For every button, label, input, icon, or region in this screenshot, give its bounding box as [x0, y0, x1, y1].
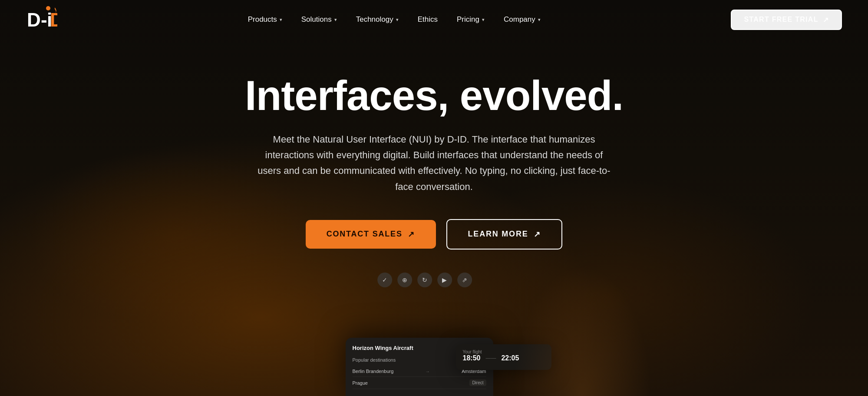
- chevron-down-icon: ▾: [396, 17, 399, 23]
- product-preview-area: ✓ ⊕ ↻ ▶ ⇗ Horizon Wings Aircraft Popular…: [130, 274, 738, 396]
- logo-icon: D - i D: [26, 4, 57, 35]
- chevron-down-icon: ▾: [482, 17, 485, 23]
- navigation: D - i D Products ▾ Solutions ▾ Technolog…: [0, 0, 868, 39]
- depart-time: 18:50: [463, 354, 481, 362]
- arrow-diagonal-icon: ↗: [408, 230, 415, 239]
- start-free-trial-button[interactable]: START FREE TRIAL ↗: [731, 10, 842, 30]
- check-icon[interactable]: ✓: [377, 273, 392, 287]
- time-separator: ——: [485, 355, 496, 361]
- contact-sales-button[interactable]: CONTACT SALES ↗: [306, 220, 436, 249]
- hero-title: Interfaces, evolved.: [245, 74, 623, 118]
- hero-subtitle: Meet the Natural User Interface (NUI) by…: [256, 132, 612, 195]
- nav-company[interactable]: Company ▾: [496, 11, 548, 28]
- hero-buttons: CONTACT SALES ↗ LEARN MORE ↗: [306, 219, 563, 250]
- chevron-down-icon: ▾: [280, 17, 282, 23]
- logo[interactable]: D - i D: [26, 4, 57, 35]
- nav-technology[interactable]: Technology ▾: [348, 11, 406, 28]
- nav-products[interactable]: Products ▾: [240, 11, 290, 28]
- svg-text:D: D: [27, 9, 41, 30]
- card-title: Horizon Wings Aircraft: [353, 345, 413, 351]
- refresh-icon[interactable]: ↻: [417, 273, 432, 287]
- nav-ethics[interactable]: Ethics: [410, 11, 446, 28]
- nav-links: Products ▾ Solutions ▾ Technology ▾ Ethi…: [57, 11, 731, 28]
- route-from-2: Prague: [353, 380, 368, 386]
- route-arrow-icon: →: [426, 369, 430, 374]
- person-silhouette: [512, 266, 651, 396]
- settings-icon[interactable]: ⊕: [397, 273, 412, 287]
- chevron-down-icon: ▾: [334, 17, 337, 23]
- hero-section: Interfaces, evolved. Meet the Natural Us…: [0, 39, 868, 270]
- nav-pricing[interactable]: Pricing ▾: [449, 11, 492, 28]
- nav-solutions[interactable]: Solutions ▾: [294, 11, 345, 28]
- route-from-1: Berlin Brandenburg: [353, 369, 394, 374]
- share-icon[interactable]: ⇗: [457, 273, 472, 287]
- video-icon[interactable]: ▶: [437, 273, 452, 287]
- direct-tag: Direct: [469, 379, 486, 386]
- chevron-down-icon: ▾: [538, 17, 541, 23]
- toolbar-icons-row: ✓ ⊕ ↻ ▶ ⇗: [377, 273, 472, 287]
- route-item-2: Prague Direct: [353, 377, 486, 389]
- learn-more-button[interactable]: LEARN MORE ↗: [446, 219, 563, 250]
- svg-text:D: D: [50, 9, 57, 30]
- arrow-diagonal-icon: ↗: [534, 230, 541, 239]
- svg-text:-: -: [41, 9, 47, 30]
- arrow-icon: ↗: [823, 16, 829, 24]
- svg-point-4: [46, 6, 50, 10]
